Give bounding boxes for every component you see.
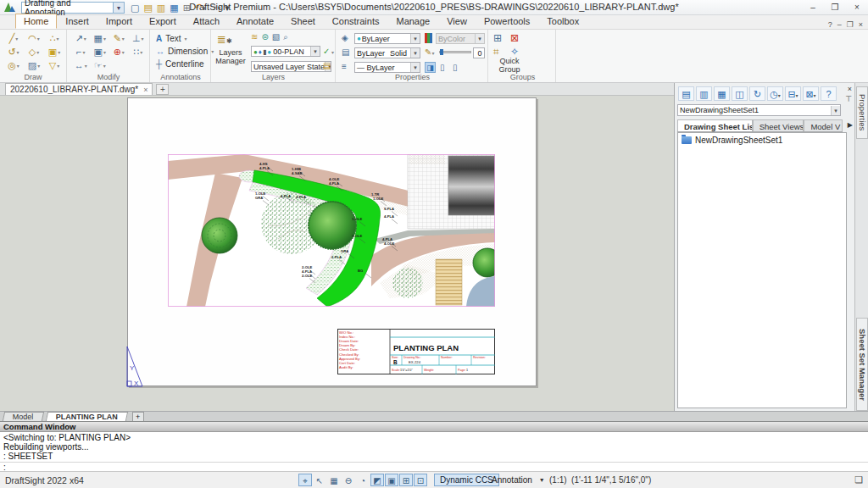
menu-tab-constraints[interactable]: Constraints (324, 14, 388, 29)
layer-isolate-icon[interactable]: ▧ (272, 32, 280, 42)
open-file-icon[interactable]: ▤ (142, 2, 153, 14)
command-window[interactable]: Command Window <Switching to: PLANTING P… (0, 421, 868, 471)
centerline-tool[interactable]: ┼Centerline (151, 58, 210, 70)
open-sheetset-icon[interactable]: ▤ (678, 86, 694, 101)
circle-icon[interactable]: ◎▾ (3, 59, 24, 71)
match-properties-icon[interactable]: ◨ (425, 62, 436, 73)
document-tab[interactable]: 20220610_LIBRARY-PLANT.dwg* × (5, 83, 153, 95)
group-select-icon[interactable]: ✧ (510, 46, 519, 58)
trim-icon[interactable]: ⊥▾ (129, 32, 148, 44)
polar-icon[interactable]: ◔ (356, 474, 370, 486)
layers-manager-button[interactable]: Layers Manager (214, 48, 248, 65)
palette-tab-sheet-set-manager[interactable]: Sheet Set Manager (856, 318, 868, 411)
restore-button[interactable]: ❐ (824, 1, 846, 14)
menu-tab-attach[interactable]: Attach (185, 14, 228, 29)
grid-icon[interactable]: ▦ (327, 474, 341, 486)
stretch-icon[interactable]: ↔▾ (71, 59, 91, 71)
panel-tab-drawing-sheet-list[interactable]: Drawing Sheet List (677, 119, 753, 131)
panel-tab-model-v[interactable]: Model V (804, 119, 843, 131)
text-tool[interactable]: AText▾ (151, 32, 210, 45)
ccs-icon[interactable]: ⊞ (399, 474, 413, 486)
lineweight-pen-icon[interactable]: ✎▾ (425, 47, 434, 57)
layer-state-selector[interactable]: Unsaved Layer State▾ (251, 61, 331, 72)
edit-group-icon[interactable]: ⌗ (493, 46, 502, 58)
menu-tab-toolbox[interactable]: Toolbox (538, 14, 587, 29)
paper-sheet[interactable]: 4-HS4-PLA1-HIB4-SAB4-OLE4-PLA1-OLEGRA4-P… (127, 97, 537, 386)
pointer-snap-icon[interactable]: ↖ (313, 474, 326, 486)
sheet-tab-model[interactable]: Model (3, 412, 44, 421)
sheetset-details-icon[interactable]: ▦ (714, 86, 730, 101)
workspace-selector[interactable]: Drafting and Annotation ▾ (21, 2, 125, 14)
offset-icon[interactable]: ⌐▾ (71, 46, 91, 58)
linecolor-icon[interactable]: ◈ (342, 33, 348, 42)
select-icon[interactable]: ☞▾ (91, 59, 110, 71)
spline-icon[interactable]: ↺▾ (3, 46, 24, 58)
menu-tab-export[interactable]: Export (141, 14, 185, 29)
history-icon[interactable]: ◷▾ (767, 86, 783, 101)
layer-apply-icon[interactable]: ✓ ▾ (323, 47, 334, 56)
ellipse-icon[interactable]: ◇▾ (24, 46, 44, 58)
new-file-icon[interactable]: ▢ (130, 2, 140, 14)
layer-state-save-icon[interactable]: ▤ (323, 61, 331, 70)
etrack-icon[interactable]: ▣ (385, 474, 398, 486)
tab-scroll-right-icon[interactable]: ▶ (848, 121, 853, 129)
minimize-button[interactable]: – (802, 1, 824, 14)
dimension-tool[interactable]: ↔Dimension▾ (151, 45, 210, 58)
group-icon[interactable]: ⊞ (493, 32, 502, 44)
rectangle-icon[interactable]: ▣▾ (44, 46, 64, 58)
arc-icon[interactable]: ◠▾ (24, 32, 44, 44)
doc-close-icon[interactable]: × (859, 20, 863, 29)
preview-icon[interactable]: ◫ (732, 86, 748, 101)
close-icon[interactable]: × (143, 86, 147, 94)
annotation-scale-selector[interactable]: Annotation▼ (488, 474, 548, 486)
ortho-icon[interactable]: ⊖ (342, 474, 355, 486)
panel-tab-sheet-views[interactable]: Sheet Views (753, 119, 804, 131)
command-input[interactable]: : (0, 462, 868, 471)
dynamic-input-icon[interactable]: ⊡ (414, 474, 427, 486)
line-icon[interactable]: ╱▾ (3, 32, 24, 44)
sheet-icon[interactable]: ❏ (854, 474, 863, 485)
edit-annotation-icon[interactable]: ✎▾ (109, 32, 129, 44)
layer-selector[interactable]: ●♦▮● 00-PLAN ▾ (251, 46, 320, 57)
menu-tab-annotate[interactable]: Annotate (228, 14, 282, 29)
ungroup-icon[interactable]: ⊠ (510, 32, 519, 44)
save-icon[interactable]: ▦ (169, 2, 179, 14)
save-as-icon[interactable]: ▥ (156, 2, 166, 14)
command-window-header[interactable]: Command Window (0, 422, 868, 432)
menu-tab-sheet[interactable]: Sheet (282, 14, 324, 29)
drawing-viewport[interactable]: 4-HS4-PLA1-HIB4-SAB4-OLE4-PLA1-OLEGRA4-P… (0, 96, 674, 411)
menu-tab-import[interactable]: Import (97, 14, 141, 29)
power-trim-icon[interactable]: ⊕▾ (109, 46, 129, 58)
layers-stack-icon[interactable]: ≣✱ (217, 33, 232, 46)
planting-plan-drawing[interactable]: 4-HS4-PLA1-HIB4-SAB4-OLE4-PLA1-OLEGRA4-P… (168, 154, 495, 307)
sheetset-tree-item[interactable]: NewDrawingSheetSet1 (680, 135, 844, 146)
help-icon[interactable]: ? (828, 20, 832, 29)
refresh-icon[interactable]: ↻ (749, 86, 765, 101)
linecolor-selector[interactable]: ● ByLayer▾ (354, 33, 420, 44)
customize-qat-icon[interactable]: ▾ (224, 2, 231, 14)
close-icon[interactable]: × (848, 85, 852, 93)
print-sheetset-icon[interactable]: ⊟▾ (785, 86, 801, 101)
palette-tab-properties[interactable]: Properties (856, 86, 868, 139)
doc-minimize-icon[interactable]: – (837, 20, 842, 29)
new-document-button[interactable]: + (156, 84, 169, 95)
sheet-tab-planting-plan[interactable]: PLANTING PLAN (45, 412, 127, 421)
doc-restore-icon[interactable]: ❐ (847, 20, 854, 29)
quick-group-button[interactable]: Quick Group (493, 57, 526, 74)
new-sheetset-icon[interactable]: ▥ (696, 86, 712, 101)
linestyle-selector[interactable]: ByLayer Solid▾ (354, 47, 420, 58)
mirror-icon[interactable]: ▣▾ (91, 46, 110, 58)
lineweight-value[interactable]: 0 (473, 47, 485, 58)
layer-freeze-icon[interactable]: ⊜ (261, 32, 268, 42)
point-icon[interactable]: ∴▾ (44, 32, 64, 44)
multicolor-icon[interactable] (425, 33, 432, 43)
close-button[interactable]: × (846, 1, 868, 14)
move-icon[interactable]: ↗▾ (71, 32, 91, 44)
layer-states-icon[interactable]: ≋ (251, 32, 258, 42)
menu-tab-manage[interactable]: Manage (387, 14, 438, 29)
layer-find-icon[interactable]: ⌕ (283, 32, 288, 42)
properties-page-icon[interactable]: ▯ (453, 63, 458, 72)
chevron-down-icon[interactable]: ▾ (113, 3, 124, 13)
redo-icon[interactable]: ↷▾ (209, 1, 222, 14)
add-sheet-button[interactable]: + (132, 412, 144, 421)
